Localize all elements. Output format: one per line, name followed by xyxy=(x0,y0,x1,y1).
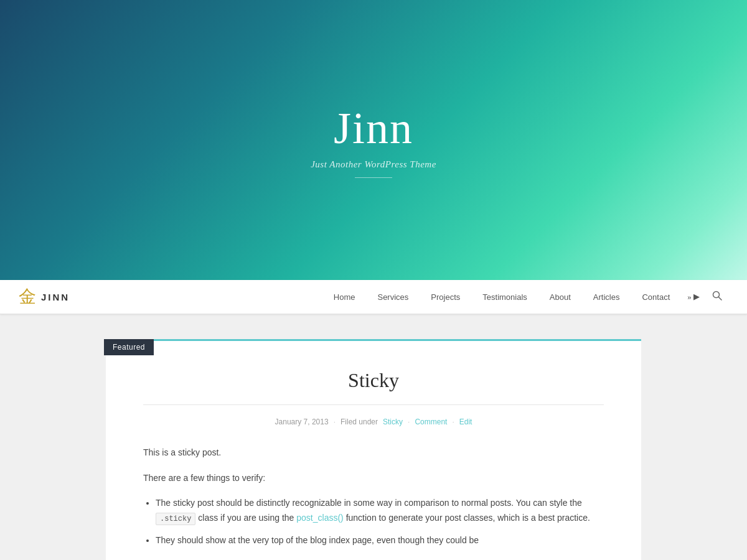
post-date: January 7, 2013 xyxy=(275,418,329,426)
nav-link-home[interactable]: Home xyxy=(322,280,367,314)
nav-link-services[interactable]: Services xyxy=(366,280,420,314)
nav-item-projects[interactable]: Projects xyxy=(420,280,471,314)
site-subtitle: Just Another WordPress Theme xyxy=(311,159,436,170)
nav-item-contact[interactable]: Contact xyxy=(631,280,681,314)
search-icon xyxy=(712,291,722,301)
brand-link[interactable]: 金 JINN xyxy=(19,288,70,306)
meta-dot-2: · xyxy=(408,418,410,426)
featured-badge: Featured xyxy=(104,339,154,355)
bullet-1-middle: class if you are using the xyxy=(195,513,296,523)
post-category-link[interactable]: Sticky xyxy=(383,418,403,426)
post-verify-text: There are a few things to verify: xyxy=(143,470,604,486)
post-comment-link[interactable]: Comment xyxy=(415,418,447,426)
nav-menu: Home Services Projects Testimonials Abou… xyxy=(322,280,681,314)
main-content: Featured Sticky January 7, 2013 · Filed … xyxy=(93,339,654,560)
post-card: Featured Sticky January 7, 2013 · Filed … xyxy=(106,339,641,560)
post-meta: January 7, 2013 · Filed under Sticky · C… xyxy=(106,414,641,436)
hero-divider xyxy=(355,177,392,178)
filed-under-label: Filed under xyxy=(341,418,378,426)
search-button[interactable] xyxy=(706,291,728,303)
brand-name: JINN xyxy=(41,292,70,302)
more-chevron-icon: » ▶ xyxy=(687,292,700,302)
nav-link-contact[interactable]: Contact xyxy=(631,280,681,314)
nav-item-testimonials[interactable]: Testimonials xyxy=(471,280,538,314)
nav-link-articles[interactable]: Articles xyxy=(582,280,631,314)
bullet-1-after: function to generate your post classes, … xyxy=(344,513,590,523)
site-title: Jinn xyxy=(334,103,413,154)
brand-logo-icon: 金 xyxy=(19,288,36,306)
nav-item-about[interactable]: About xyxy=(538,280,582,314)
nav-item-services[interactable]: Services xyxy=(366,280,420,314)
svg-line-1 xyxy=(719,297,722,301)
code-sticky: .sticky xyxy=(156,513,195,525)
post-body: This is a sticky post. There are a few t… xyxy=(106,436,641,560)
post-intro: This is a sticky post. xyxy=(143,445,604,460)
bullet-1-before: The sticky post should be distinctly rec… xyxy=(156,498,582,508)
nav-item-home[interactable]: Home xyxy=(322,280,367,314)
post-edit-link[interactable]: Edit xyxy=(459,418,472,426)
meta-dot-1: · xyxy=(334,418,336,426)
nav-item-articles[interactable]: Articles xyxy=(582,280,631,314)
nav-link-projects[interactable]: Projects xyxy=(420,280,471,314)
post-class-link[interactable]: post_class() xyxy=(296,513,343,523)
post-meta-divider xyxy=(143,404,604,405)
nav-link-about[interactable]: About xyxy=(538,280,582,314)
bullet-2: They should show at the very top of the … xyxy=(156,533,604,548)
navbar: 金 JINN Home Services Projects Testimonia… xyxy=(0,280,747,314)
hero-section: Jinn Just Another WordPress Theme xyxy=(0,0,747,280)
bullet-2-text: They should show at the very top of the … xyxy=(156,535,479,545)
post-bullets: The sticky post should be distinctly rec… xyxy=(156,496,604,548)
nav-link-testimonials[interactable]: Testimonials xyxy=(471,280,538,314)
meta-dot-3: · xyxy=(452,418,454,426)
post-title: Sticky xyxy=(106,341,641,404)
bullet-1: The sticky post should be distinctly rec… xyxy=(156,496,604,526)
more-nav-button[interactable]: » ▶ xyxy=(681,292,706,302)
